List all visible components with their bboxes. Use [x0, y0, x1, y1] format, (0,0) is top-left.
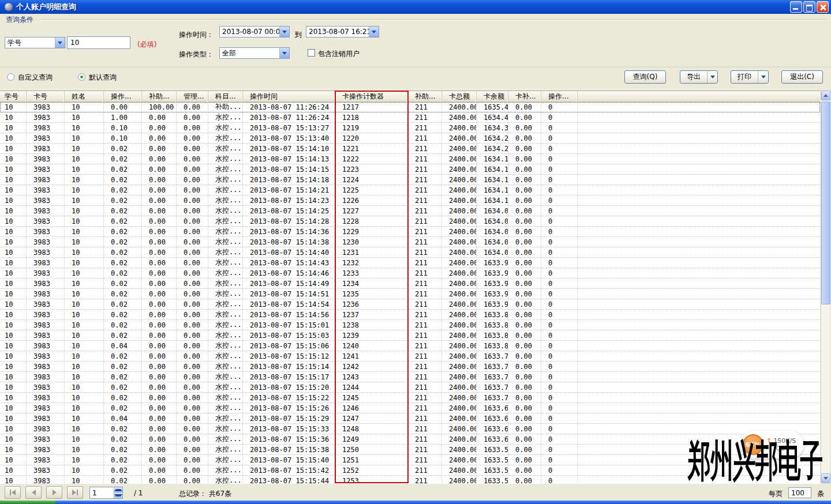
table-row[interactable]: 103983100.020.000.00水控...2013-08-07 15:1…: [0, 330, 820, 341]
table-row[interactable]: 103983100.100.000.00水控...2013-08-07 15:1…: [0, 123, 820, 133]
table-cell: 0.00: [177, 237, 208, 247]
table-row[interactable]: 103983101.000.000.00水控...2013-08-07 11:2…: [0, 112, 820, 123]
page-number-spinner[interactable]: [89, 487, 123, 499]
table-row[interactable]: 103983100.020.000.00水控...2013-08-07 15:1…: [0, 247, 820, 258]
next-page-button[interactable]: [46, 486, 62, 499]
spinner-down-icon[interactable]: [114, 493, 122, 499]
table-row[interactable]: 103983100.020.000.00水控...2013-08-07 15:1…: [0, 279, 820, 289]
table-cell: 211: [408, 144, 442, 153]
table-row[interactable]: 103983100.020.000.00水控...2013-08-07 15:1…: [0, 434, 820, 445]
table-row[interactable]: 103983100.020.000.00水控...2013-08-07 15:1…: [0, 445, 820, 455]
table-cell: 水控...: [208, 268, 243, 278]
scroll-up-icon[interactable]: [821, 91, 830, 100]
per-page-input[interactable]: [788, 487, 811, 498]
taskbar-strip: [0, 501, 831, 504]
operation-type-dropdown[interactable]: 全部: [219, 47, 290, 59]
table-cell: 3983: [27, 102, 65, 112]
table-row[interactable]: 103983100.020.000.00水控...2013-08-07 15:1…: [0, 310, 820, 320]
column-header[interactable]: 卡补...: [508, 91, 541, 102]
column-header[interactable]: 操作时间: [243, 91, 335, 102]
table-row[interactable]: 103983100.020.000.00水控...2013-08-07 15:1…: [0, 237, 820, 247]
chevron-down-icon[interactable]: [279, 48, 289, 58]
close-button[interactable]: [817, 1, 829, 13]
table-row[interactable]: 103983100.020.000.00水控...2013-08-07 15:1…: [0, 206, 820, 216]
scroll-down-icon[interactable]: [821, 473, 830, 483]
table-row[interactable]: 103983100.020.000.00水控...2013-08-07 15:1…: [0, 424, 820, 434]
print-button[interactable]: 打印: [731, 70, 769, 84]
scrollbar-thumb[interactable]: [821, 101, 830, 304]
page-number-input[interactable]: [90, 487, 114, 498]
table-row[interactable]: 103983100.020.000.00水控...2013-08-07 15:1…: [0, 362, 820, 372]
minimize-button[interactable]: [790, 1, 802, 13]
table-row[interactable]: 103983100.020.000.00水控...2013-08-07 15:1…: [0, 144, 820, 154]
table-row[interactable]: 103983100.020.000.00水控...2013-08-07 15:1…: [0, 216, 820, 227]
start-button-stub[interactable]: [0, 501, 55, 504]
last-page-button[interactable]: [67, 486, 83, 499]
time-from-dropdown[interactable]: 2013-08-07 00:00: [219, 26, 290, 37]
column-header[interactable]: 操作...: [541, 91, 578, 102]
print-button-label[interactable]: 打印: [731, 72, 758, 82]
chevron-down-icon[interactable]: [279, 27, 289, 37]
table-row[interactable]: 103983100.020.000.00水控...2013-08-07 15:1…: [0, 393, 820, 403]
table-row[interactable]: 103983100.020.000.00水控...2013-08-07 15:1…: [0, 465, 820, 476]
table-row[interactable]: 103983100.020.000.00水控...2013-08-07 15:1…: [0, 289, 820, 299]
table-row[interactable]: 103983100.020.000.00水控...2013-08-07 15:1…: [0, 175, 820, 185]
table-cell: 3983: [27, 320, 65, 330]
print-dropdown-icon[interactable]: [758, 71, 768, 83]
table-cell: 10: [0, 341, 27, 351]
table-row[interactable]: 103983100.020.000.00水控...2013-08-07 15:1…: [0, 195, 820, 206]
table-row[interactable]: 103983100.040.000.00水控...2013-08-07 15:1…: [0, 413, 820, 424]
chevron-down-icon[interactable]: [369, 27, 379, 37]
table-row[interactable]: 103983100.020.000.00水控...2013-08-07 15:1…: [0, 476, 820, 484]
field-selector-dropdown[interactable]: 学号: [5, 37, 65, 48]
vertical-scrollbar[interactable]: [821, 91, 830, 483]
table-row[interactable]: 103983100.020.000.00水控...2013-08-07 15:1…: [0, 268, 820, 279]
column-header[interactable]: 卡余额: [477, 91, 508, 102]
table-row[interactable]: 103983100.020.000.00水控...2013-08-07 15:1…: [0, 164, 820, 175]
prev-page-button[interactable]: [25, 486, 42, 499]
column-header[interactable]: 学号: [0, 91, 27, 102]
table-cell: 2400.00: [442, 206, 477, 216]
column-header[interactable]: 管理...: [177, 91, 208, 102]
column-header[interactable]: 操作...: [104, 91, 142, 102]
column-header[interactable]: 卡总额: [442, 91, 477, 102]
table-cell: 水控...: [208, 175, 243, 185]
table-cell: 1223: [335, 164, 408, 174]
time-to-dropdown[interactable]: 2013-08-07 16:21: [306, 26, 379, 37]
query-button[interactable]: 查询(Q): [624, 70, 666, 84]
table-row[interactable]: 103983100.020.000.00水控...2013-08-07 15:1…: [0, 258, 820, 268]
table-row[interactable]: 103983100.020.000.00水控...2013-08-07 15:1…: [0, 372, 820, 382]
table-row[interactable]: 103983100.020.000.00水控...2013-08-07 15:1…: [0, 455, 820, 465]
table-cell: 211: [408, 216, 442, 226]
column-header[interactable]: 卡号: [27, 91, 65, 102]
table-row[interactable]: 103983100.020.000.00水控...2013-08-07 15:1…: [0, 351, 820, 362]
include-cancelled-checkbox[interactable]: [308, 49, 315, 57]
table-row[interactable]: 103983100.100.000.00水控...2013-08-07 15:1…: [0, 133, 820, 144]
column-header[interactable]: 补助...: [408, 91, 442, 102]
column-header[interactable]: 卡操作计数器: [335, 91, 408, 102]
export-button[interactable]: 导出: [680, 70, 718, 84]
field-value-input[interactable]: [67, 36, 130, 49]
export-dropdown-icon[interactable]: [707, 71, 717, 83]
table-row[interactable]: 103983100.040.000.00水控...2013-08-07 15:1…: [0, 341, 820, 351]
table-row[interactable]: 103983100.020.000.00水控...2013-08-07 15:1…: [0, 227, 820, 237]
network-speed-widget[interactable]: 65% ↑ 150K/S K/S: [740, 431, 804, 458]
default-query-radio[interactable]: [78, 73, 85, 81]
chevron-down-icon[interactable]: [55, 37, 65, 48]
spinner-up-icon[interactable]: [114, 487, 122, 493]
exit-button[interactable]: 退出(C): [781, 70, 823, 84]
table-row[interactable]: 103983100.020.000.00水控...2013-08-07 15:1…: [0, 403, 820, 413]
table-row[interactable]: 103983100.020.000.00水控...2013-08-07 15:1…: [0, 320, 820, 330]
column-header[interactable]: 科目...: [208, 91, 243, 102]
export-button-label[interactable]: 导出: [680, 72, 707, 82]
column-header[interactable]: 姓名: [65, 91, 104, 102]
table-row[interactable]: 103983100.020.000.00水控...2013-08-07 15:1…: [0, 185, 820, 195]
table-row[interactable]: 103983100.020.000.00水控...2013-08-07 15:1…: [0, 299, 820, 310]
table-row[interactable]: 103983100.020.000.00水控...2013-08-07 15:1…: [0, 154, 820, 164]
table-row[interactable]: 103983100.00100.000.00补助...2013-08-07 11…: [0, 102, 820, 112]
table-row[interactable]: 103983100.020.000.00水控...2013-08-07 15:1…: [0, 382, 820, 393]
restore-button[interactable]: [803, 1, 815, 13]
first-page-button[interactable]: [5, 486, 21, 499]
custom-query-radio[interactable]: [7, 73, 14, 81]
column-header[interactable]: 补助...: [142, 91, 177, 102]
